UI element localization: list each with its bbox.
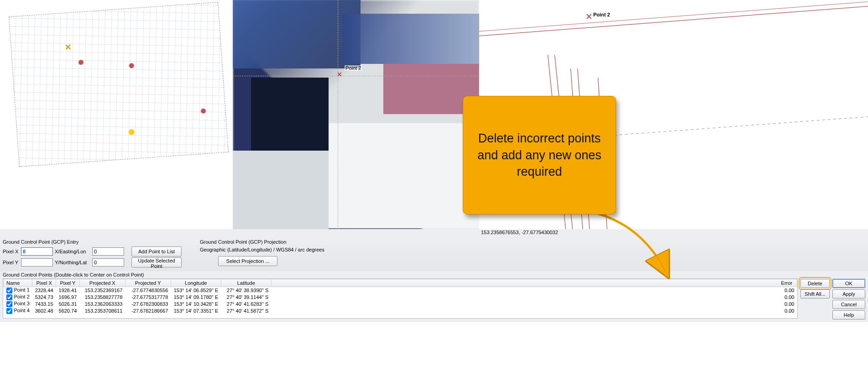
col-lon[interactable]: Longitude (171, 279, 221, 287)
cancel-button[interactable]: Cancel (832, 300, 865, 309)
annotation-callout: Delete incorrect points and add any new … (463, 96, 616, 215)
svg-line-1 (479, 0, 868, 32)
row-checkbox[interactable] (6, 308, 12, 314)
easting-label: X/Easting/Lon (55, 249, 90, 254)
annotation-arrow-icon (589, 209, 680, 282)
ok-button[interactable]: OK (832, 279, 865, 288)
col-pixelx[interactable]: Pixel X (32, 279, 56, 287)
pixel-y-input[interactable] (21, 258, 53, 267)
row-checkbox[interactable] (6, 288, 12, 293)
table-row[interactable]: Point 37433.155026.31153.2362063333-27.6… (4, 301, 797, 308)
crosshair-horizontal (233, 76, 479, 76)
table-side-buttons: Delete Shift All... (800, 278, 830, 298)
point-marker-icon: ✕ (337, 71, 342, 78)
northing-label: Y/Northing/Lat (55, 260, 90, 265)
crosshair-vertical (338, 0, 338, 229)
annotation-text: Delete incorrect points and add any new … (475, 130, 604, 180)
zoom-panel[interactable]: ✕ Point 2 (233, 0, 479, 229)
col-err[interactable]: Error (271, 279, 797, 287)
entry-title: Ground Control Point (GCP) Entry (3, 239, 182, 245)
map-point-label: Point 2 (593, 12, 610, 17)
coordinate-readout: 153.2358676553, -27.6775430032 (481, 230, 558, 235)
projection-desc: Geographic (Latitude/Longitude) / WGS84 … (200, 247, 324, 252)
col-lat[interactable]: Latitude (221, 279, 271, 287)
gcp-table-area: Ground Control Points (Double-click to C… (0, 271, 868, 322)
help-button[interactable]: Help (832, 310, 865, 319)
plan-image (9, 2, 229, 167)
table-row[interactable]: Point 25324.731696.97153.2358827778-27.6… (4, 294, 797, 301)
apply-button[interactable]: Apply (832, 289, 865, 298)
easting-input[interactable] (92, 247, 124, 256)
svg-line-0 (479, 5, 868, 37)
col-name[interactable]: Name (4, 279, 32, 287)
row-checkbox[interactable] (6, 301, 12, 307)
viewport-panels: ✕ ✕ Point 2 Point 2 (0, 0, 868, 229)
overview-panel[interactable]: ✕ (0, 0, 233, 229)
northing-input[interactable] (92, 258, 124, 267)
gcp-marker-icon: ✕ (64, 42, 72, 52)
col-projy[interactable]: Projected Y (125, 279, 171, 287)
dialog-buttons: OK Apply Cancel Help (832, 278, 865, 319)
pixel-x-input[interactable] (21, 247, 53, 256)
pixel-x-label: Pixel X (3, 249, 19, 254)
zoom-pixels (233, 0, 479, 229)
gcp-entry-form: Ground Control Point (GCP) Entry Pixel X… (0, 237, 868, 271)
update-point-button[interactable]: Update Selected Point (131, 257, 182, 267)
col-projx[interactable]: Projected X (79, 279, 125, 287)
col-pixely[interactable]: Pixel Y (56, 279, 80, 287)
table-row[interactable]: Point 12328.441928.41153.2352369167-27.6… (4, 287, 797, 294)
delete-button[interactable]: Delete (800, 279, 830, 288)
select-projection-button[interactable]: Select Projection ... (218, 256, 277, 266)
table-row[interactable]: Point 43602.485620.74153.2353708611-27.6… (4, 308, 797, 314)
point-label: Point 2 (345, 65, 362, 71)
gcp-table[interactable]: Name Pixel X Pixel Y Projected X Project… (3, 278, 798, 319)
add-point-button[interactable]: Add Point to List (131, 246, 182, 257)
projection-title: Ground Control Point (GCP) Projection (200, 239, 324, 245)
shift-all-button[interactable]: Shift All... (800, 289, 830, 298)
row-checkbox[interactable] (6, 294, 12, 300)
table-caption: Ground Control Points (Double-click to C… (3, 272, 865, 278)
pixel-y-label: Pixel Y (3, 260, 19, 265)
